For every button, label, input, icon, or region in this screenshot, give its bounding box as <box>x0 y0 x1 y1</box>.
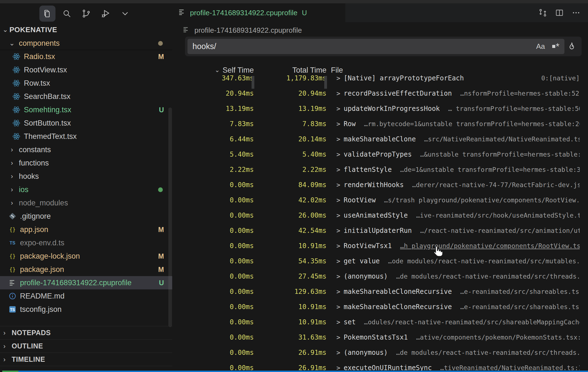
tree-item-package-json[interactable]: {}package.jsonM <box>0 263 172 276</box>
tree-item-functions[interactable]: ›functions <box>0 156 172 170</box>
tree-item-searchbar-tsx[interactable]: SearchBar.tsx <box>0 90 172 103</box>
tree-item-hooks[interactable]: ›hooks <box>0 170 172 183</box>
profile-row[interactable]: 0.00ms10.91ms>set…odules/react-native-re… <box>172 314 588 330</box>
chevron-right-icon[interactable]: > <box>336 105 344 112</box>
tree-item-radio-tsx[interactable]: Radio.tsxM <box>0 50 172 63</box>
chevron-right-icon[interactable]: > <box>336 334 344 341</box>
tree-item-node-modules[interactable]: ›node_modules <box>0 196 172 210</box>
file-location-link[interactable]: …ative/components/pokemon/PokemonStats.t… <box>408 334 580 341</box>
profile-row[interactable]: 0.00ms10.91ms>makeShareableCloneRecursiv… <box>172 299 588 314</box>
file-location-link[interactable]: …&unstable_transformProfile=hermes-stabl… <box>412 151 580 158</box>
more-views-icon[interactable] <box>117 6 133 22</box>
profile-row[interactable]: 20.94ms20.94ms>recordPassiveEffectDurati… <box>172 86 588 101</box>
file-location-link[interactable]: …derer/react-native-74-77/ReactFabric-de… <box>404 181 580 188</box>
profile-row[interactable]: 0.00ms26.91ms>executeOnUIRuntimeSync…tiv… <box>172 360 588 372</box>
tree-item-profile-1741689314922-cpuprofile[interactable]: profile-1741689314922.cpuprofileU <box>0 276 172 289</box>
search-icon[interactable] <box>59 6 75 22</box>
chevron-right-icon[interactable]: > <box>336 258 344 265</box>
profile-row[interactable]: 0.00ms31.63ms>PokemonStatsTsx1…ative/com… <box>172 330 588 345</box>
chevron-right-icon[interactable]: > <box>336 151 344 158</box>
file-location-link[interactable]: …ode_modules/react-native-reanimated/src… <box>380 258 580 265</box>
tree-item-expo-env-d-ts[interactable]: TSexpo-env.d.ts <box>0 236 172 249</box>
tree-item-package-lock-json[interactable]: {}package-lock.jsonM <box>0 249 172 263</box>
tab-cpuprofile[interactable]: profile-1741689314922.cpuprofile U <box>172 3 345 22</box>
chevron-right-icon[interactable]: > <box>336 242 344 249</box>
chevron-right-icon[interactable]: > <box>336 319 344 326</box>
source-control-icon[interactable] <box>78 6 94 22</box>
panel-header-outline[interactable]: ›OUTLINE <box>0 339 172 353</box>
file-location-link[interactable]: …_transformProfile=hermes-stable:50798 <box>440 105 580 112</box>
chevron-right-icon[interactable]: > <box>336 75 344 82</box>
profile-row[interactable]: 0.00ms129.63ms>makeShareableCloneRecursi… <box>172 284 588 299</box>
compare-changes-icon[interactable] <box>538 8 548 17</box>
profile-row[interactable]: 0.00ms42.02ms>RootView…s/trash_playgroun… <box>172 192 588 208</box>
tree-item--gitignore[interactable]: .gitignore <box>0 210 172 223</box>
file-location-link[interactable]: …rm.bytecode=1&unstable_transformProfile… <box>356 120 580 128</box>
file-location-link[interactable]: …src/NativeReanimated/NativeReanimated.t… <box>416 136 580 143</box>
profile-row[interactable]: 2.22ms2.22ms>flattenStyle…de=1&unstable_… <box>172 162 588 177</box>
flame-graph-button[interactable] <box>566 40 578 53</box>
chevron-right-icon[interactable]: > <box>336 120 344 128</box>
chevron-right-icon[interactable]: > <box>336 288 344 295</box>
match-case-button[interactable]: Aa <box>536 42 545 51</box>
column-sash[interactable] <box>324 76 327 89</box>
profile-row[interactable]: 0.00ms84.09ms>renderWithHooks…derer/reac… <box>172 177 588 192</box>
file-location-link[interactable]: …e-reanimated/src/shareables.ts:282/ <box>452 303 580 310</box>
tree-item-themedtext-tsx[interactable]: ThemedText.tsx <box>0 130 172 143</box>
chevron-right-icon[interactable]: > <box>336 273 344 280</box>
profile-row[interactable]: 5.40ms5.40ms>validatePropTypes…&unstable… <box>172 147 588 162</box>
more-actions-icon[interactable] <box>571 8 581 17</box>
tree-item-tsconfig-json[interactable]: TStsconfig.json <box>0 303 172 316</box>
chevron-right-icon[interactable]: > <box>336 227 344 234</box>
chevron-right-icon[interactable]: > <box>336 212 344 219</box>
split-editor-icon[interactable] <box>555 8 564 17</box>
tree-item-readme-md[interactable]: README.md <box>0 289 172 303</box>
profile-row[interactable]: 347.63ms1,179.83ms>[Native] arrayPrototy… <box>172 70 588 86</box>
profile-row[interactable]: 0.00ms26.00ms>useAnimatedStyle…ive-reani… <box>172 208 588 223</box>
file-location-link[interactable]: …ive-reanimated/src/hook/useAnimatedStyl… <box>408 212 580 219</box>
chevron-right-icon[interactable]: > <box>336 136 344 143</box>
tree-item-components[interactable]: ⌄components <box>0 37 172 50</box>
panel-header-notepads[interactable]: ›NOTEPADS <box>0 326 172 339</box>
regex-button[interactable]: * <box>552 41 559 52</box>
explorer-section-header[interactable]: ⌄ POKENATIVE <box>0 24 172 35</box>
profile-row[interactable]: 6.44ms20.14ms>makeShareableClone…src/Nat… <box>172 131 588 147</box>
tree-item-ios[interactable]: ›ios <box>0 183 172 196</box>
file-location-link[interactable]: …s/trash_playground/pokenative/component… <box>376 197 580 204</box>
tree-item-constants[interactable]: ›constants <box>0 143 172 156</box>
tree-item-rootview-tsx[interactable]: RootView.tsx <box>0 63 172 77</box>
file-location-link[interactable]: 0:[native] <box>533 75 580 82</box>
run-debug-icon[interactable] <box>98 6 114 22</box>
file-location-link[interactable]: …de=1&unstable_transformProfile=hermes-s… <box>392 166 580 173</box>
panel-header-timeline[interactable]: ›TIMELINE <box>0 353 172 366</box>
file-location-link[interactable]: …de_modules/react-native-reanimated/src/… <box>388 349 580 356</box>
file-location-link[interactable]: …de_modules/react-native-reanimated/src/… <box>388 273 580 280</box>
profile-row[interactable]: 0.00ms26.91ms>(anonymous)…de_modules/rea… <box>172 345 588 360</box>
chevron-right-icon[interactable]: > <box>336 90 344 97</box>
file-location-link[interactable]: …nsformProfile=hermes-stable:52730 <box>452 90 580 97</box>
explorer-icon[interactable] <box>39 6 55 22</box>
file-location-link[interactable]: …/react-native-reanimated/src/animation/… <box>412 227 580 234</box>
tree-item-sortbutton-tsx[interactable]: SortButton.tsx <box>0 116 172 130</box>
sidebar-scrollbar[interactable] <box>168 108 172 327</box>
profile-row[interactable]: 0.00ms42.54ms>initialUpdaterRun…/react-n… <box>172 223 588 238</box>
tree-item-row-tsx[interactable]: Row.tsx <box>0 77 172 90</box>
profile-row[interactable]: 0.00ms54.35ms>get value…ode_modules/reac… <box>172 253 588 269</box>
chevron-right-icon[interactable]: > <box>336 303 344 310</box>
tree-item-somehting-tsx[interactable]: Somehting.tsxU <box>0 103 172 116</box>
tree-item-app-json[interactable]: {}app.jsonM <box>0 223 172 236</box>
filter-input[interactable]: hooks/ Aa * <box>187 39 564 54</box>
file-location-link[interactable]: …e-reanimated/src/shareables.ts:208/ <box>452 288 580 295</box>
profile-row[interactable]: 0.00ms10.91ms>RootViewTsx1…h_playground/… <box>172 238 588 253</box>
file-location-link[interactable]: …tiveReanimated/NativeReanimated.ts:123/ <box>432 364 580 371</box>
profile-row[interactable]: 7.83ms7.83ms>Row…rm.bytecode=1&unstable_… <box>172 116 588 131</box>
chevron-right-icon[interactable]: > <box>336 181 344 188</box>
column-sash[interactable] <box>252 76 254 89</box>
chevron-right-icon[interactable]: > <box>336 349 344 356</box>
chevron-right-icon[interactable]: > <box>336 197 344 204</box>
chevron-right-icon[interactable]: > <box>336 166 344 173</box>
file-location-link[interactable]: …h_playground/pokenative/components/Root… <box>392 242 580 249</box>
profile-row[interactable]: 0.00ms27.45ms>(anonymous)…de_modules/rea… <box>172 269 588 284</box>
profile-row[interactable]: 13.19ms13.19ms>updateWorkInProgressHook…… <box>172 101 588 116</box>
chevron-right-icon[interactable]: > <box>336 364 344 371</box>
